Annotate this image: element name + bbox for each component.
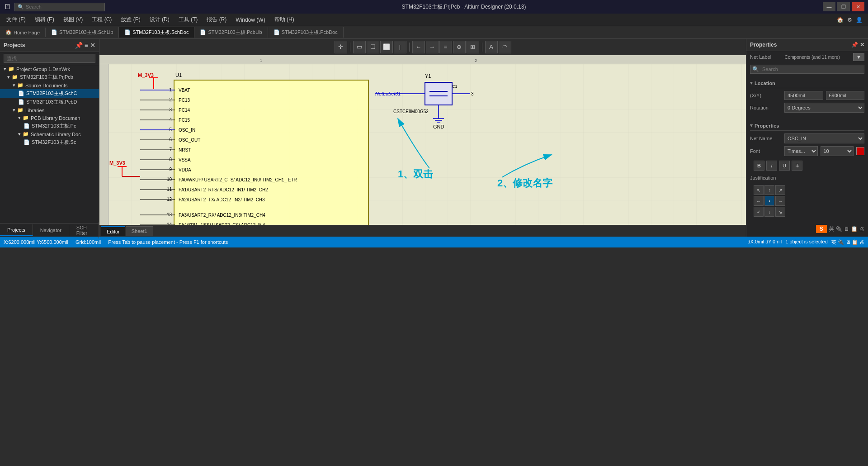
panel-close-icon[interactable]: ✕ xyxy=(90,42,95,49)
tool-arc[interactable]: ◠ xyxy=(499,41,511,53)
tab-home[interactable]: 🏠 Home Page xyxy=(0,28,46,37)
svg-rect-6 xyxy=(174,80,368,225)
panel-menu-icon[interactable]: ≡ xyxy=(85,42,88,49)
components-count: Components (and 11 more) xyxy=(784,55,840,60)
italic-button[interactable]: I xyxy=(766,161,777,171)
menu-edit[interactable]: 编辑 (E) xyxy=(30,14,59,25)
properties-panel: Properties 📌 ✕ Net Label Components (and… xyxy=(746,39,868,237)
user-icon[interactable]: 👤 xyxy=(856,17,863,23)
properties-search[interactable]: 🔍 xyxy=(750,65,864,74)
tree-pcblib-file[interactable]: 📄 STM32F103主板.Pc xyxy=(0,122,99,130)
close-button[interactable]: ✕ xyxy=(852,2,864,11)
menu-file[interactable]: 文件 (F) xyxy=(2,14,30,25)
properties-search-input[interactable] xyxy=(761,65,864,73)
tab-pcbdoc[interactable]: 📄 STM32F103主板.PcbDoc xyxy=(268,27,344,38)
svg-text:CSTCE8M00G52: CSTCE8M00G52 xyxy=(393,109,429,114)
just-br[interactable]: ↘ xyxy=(775,207,785,217)
tab-navigator[interactable]: Navigator xyxy=(33,225,69,236)
svg-text:M_3V3: M_3V3 xyxy=(109,160,125,166)
filter-button[interactable]: ▼ xyxy=(853,53,864,61)
tree-pcblib-folder[interactable]: ▾ 📁 PCB Library Documen xyxy=(0,114,99,122)
pin-icon[interactable]: 📌 xyxy=(75,42,83,49)
just-tr[interactable]: ↗ xyxy=(775,185,785,195)
prop-pin-icon[interactable]: 📌 xyxy=(851,42,858,48)
just-mc[interactable]: • xyxy=(764,196,774,206)
tab-projects[interactable]: Projects xyxy=(0,224,33,236)
justification-grid: ↖ ↑ ↗ ← • → ✓ ↓ ↘ xyxy=(750,183,864,219)
tree-schdoc[interactable]: 📄 STM32F103主板.SchC xyxy=(0,89,99,98)
net-label-row: Net Label Components (and 11 more) ▼ xyxy=(746,51,868,63)
rotation-select[interactable]: 0 Degrees 90 Degrees 180 Degrees 270 Deg… xyxy=(784,103,864,113)
tree-source-docs[interactable]: ▾ 📁 Source Documents xyxy=(0,81,99,89)
tab-pcblib[interactable]: 📄 STM32F103主板.PcbLib xyxy=(194,27,268,38)
menu-view[interactable]: 视图 (V) xyxy=(59,14,87,25)
tree-prjpcb[interactable]: ▾ 📁 STM32F103主板.PrjPcb xyxy=(0,73,99,81)
minimize-button[interactable]: — xyxy=(823,2,835,11)
tree-schlib-folder[interactable]: ▾ 📁 Schematic Library Doc xyxy=(0,130,99,138)
title-search-input[interactable] xyxy=(26,4,98,10)
folder-icon: 📁 xyxy=(17,107,24,113)
tool-bus[interactable]: ≡ xyxy=(439,41,452,53)
tree-project-group[interactable]: ▾ 📁 Project Group 1.DsnWrk xyxy=(0,65,99,73)
menu-help[interactable]: 帮助 (H) xyxy=(270,14,299,25)
x-input[interactable] xyxy=(784,91,823,100)
tool-arrow-l[interactable]: ← xyxy=(412,41,425,53)
svg-text:PA1/USART2_RTS/ ADC12_IN1/ TIM: PA1/USART2_RTS/ ADC12_IN1/ TIM2_CH2 xyxy=(179,187,268,192)
projects-panel: Projects 📌 ≡ ✕ ▾ 📁 Project Group 1.DsnWr… xyxy=(0,39,99,237)
editor-tab-sheet1[interactable]: Sheet1 xyxy=(126,226,153,236)
menu-design[interactable]: 设计 (D) xyxy=(145,14,174,25)
strikethrough-button[interactable]: T̶ xyxy=(792,161,802,171)
net-name-label: Net Name xyxy=(750,136,782,141)
restore-button[interactable]: ❐ xyxy=(837,2,850,11)
svg-text:PA3/USART2_RX/ ADC12_IN3/ TIM2: PA3/USART2_RX/ ADC12_IN3/ TIM2_CH4 xyxy=(179,213,265,218)
svg-text:1、双击: 1、双击 xyxy=(398,168,434,180)
tab-schdoc[interactable]: 📄 STM32F103主板.SchDoc xyxy=(119,27,194,38)
y-input[interactable] xyxy=(826,91,865,100)
color-swatch[interactable] xyxy=(856,147,864,155)
svg-text:GND: GND xyxy=(433,124,444,129)
search-icon: 🔍 xyxy=(750,66,761,72)
project-search-input[interactable] xyxy=(4,54,95,63)
tool-line[interactable]: | xyxy=(394,41,406,53)
tab-schlib[interactable]: 📄 STM32F103主板.SchLib xyxy=(46,27,119,38)
svg-text:VDDA: VDDA xyxy=(179,167,191,172)
title-search-box[interactable]: 🔍 xyxy=(14,3,105,11)
bold-button[interactable]: B xyxy=(754,161,764,171)
just-tc[interactable]: ↑ xyxy=(764,185,774,195)
menu-reports[interactable]: 报告 (R) xyxy=(202,14,231,25)
menu-project[interactable]: 工程 (C) xyxy=(87,14,116,25)
just-ml[interactable]: ← xyxy=(754,196,764,206)
just-bc[interactable]: ↓ xyxy=(764,207,774,217)
just-bl[interactable]: ✓ xyxy=(754,207,764,217)
csdn-logo: S xyxy=(816,225,827,233)
underline-button[interactable]: U xyxy=(779,161,790,171)
net-name-select[interactable]: OSC_IN OSC_OUT GND VCC xyxy=(784,133,864,143)
tree-schlib-file[interactable]: 📄 STM32F103主板.Sc xyxy=(0,138,99,147)
tool-rect[interactable]: ▭ xyxy=(353,41,366,53)
font-select[interactable]: Times... Arial xyxy=(784,146,818,156)
tree-pcbdoc[interactable]: 📄 STM32F103主板.PcbD xyxy=(0,98,99,106)
tool-junction[interactable]: ⊕ xyxy=(453,41,466,53)
tool-rect2[interactable]: ☐ xyxy=(367,41,379,53)
tool-arrow-r[interactable]: → xyxy=(426,41,439,53)
prop-close-icon[interactable]: ✕ xyxy=(860,42,864,48)
tree-libraries[interactable]: ▾ 📁 Libraries xyxy=(0,106,99,114)
settings-icon[interactable]: ⚙ xyxy=(847,17,852,23)
schematic-canvas[interactable]: 1 2 M_3V3 xyxy=(99,55,746,225)
font-size-select[interactable]: 10 12 14 xyxy=(821,146,854,156)
file-icon: 📄 xyxy=(24,139,30,145)
menu-tools[interactable]: 工具 (T) xyxy=(174,14,203,25)
status-icons: 英 🔌 🖥 📋 🖨 xyxy=(829,225,864,233)
expand-icon: ▾ xyxy=(7,74,10,80)
tool-cross[interactable]: ✛ xyxy=(335,41,347,53)
just-mr[interactable]: → xyxy=(775,196,785,206)
tab-sch-filter[interactable]: SCH Filter xyxy=(69,222,99,238)
menu-place[interactable]: 放置 (P) xyxy=(116,14,145,25)
tool-text[interactable]: A xyxy=(485,41,498,53)
editor-tab-editor[interactable]: Editor xyxy=(101,226,125,236)
home-icon[interactable]: 🏠 xyxy=(837,17,844,23)
menu-window[interactable]: Window (W) xyxy=(231,15,269,25)
just-tl[interactable]: ↖ xyxy=(754,185,764,195)
tool-rect3[interactable]: ⬜ xyxy=(380,41,393,53)
tool-component[interactable]: ⊞ xyxy=(467,41,479,53)
